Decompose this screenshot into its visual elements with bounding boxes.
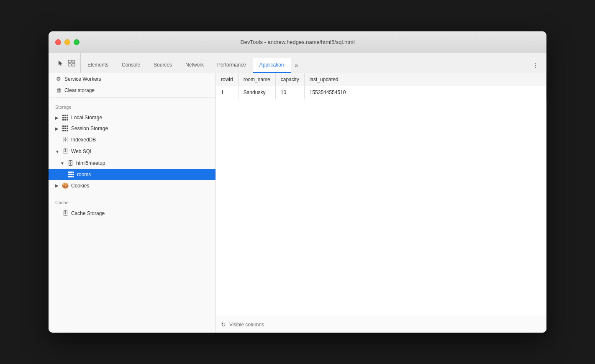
svg-rect-3 — [72, 64, 75, 66]
inspect-icon[interactable] — [67, 59, 76, 68]
expand-html5meetup-arrow[interactable]: ▼ — [60, 161, 64, 166]
rooms-label: rooms — [77, 172, 91, 177]
col-capacity: capacity — [275, 73, 304, 86]
sidebar: ⚙ Service Workers 🗑 Clear storage Storag… — [49, 73, 216, 333]
window-title: DevTools - andrew.hedges.name/html5/sql.… — [240, 39, 354, 45]
devtools-window: DevTools - andrew.hedges.name/html5/sql.… — [49, 31, 546, 333]
html5meetup-icon: 🗄 — [67, 160, 74, 167]
indexeddb-icon: 🗄 — [62, 136, 69, 143]
trash-icon: 🗑 — [55, 87, 62, 93]
divider-1 — [49, 97, 215, 98]
expand-cookies-arrow[interactable]: ▶ — [55, 183, 59, 188]
main-panel: rowid room_name capacity last_updated — [216, 73, 546, 333]
maximize-button[interactable] — [74, 39, 80, 45]
sidebar-item-clear-storage[interactable]: 🗑 Clear storage — [49, 85, 215, 96]
session-storage-grid-icon — [62, 126, 69, 131]
divider-2 — [49, 193, 215, 193]
sidebar-item-rooms[interactable]: rooms — [49, 169, 215, 180]
web-sql-label: Web SQL — [71, 149, 93, 154]
storage-section-label: Storage — [49, 100, 215, 112]
tab-console[interactable]: Console — [115, 58, 147, 73]
cell-rowid: 1 — [216, 86, 238, 99]
svg-rect-2 — [72, 60, 75, 63]
svg-rect-0 — [68, 60, 71, 63]
tab-network[interactable]: Network — [179, 58, 210, 73]
close-button[interactable] — [55, 39, 61, 45]
tab-sources[interactable]: Sources — [147, 58, 179, 73]
col-last-updated: last_updated — [304, 73, 546, 86]
sidebar-item-cookies[interactable]: ▶ 🍪 Cookies — [49, 180, 215, 191]
tab-more-button[interactable]: » — [291, 58, 303, 73]
cache-section-label: Cache — [49, 195, 215, 208]
minimize-button[interactable] — [64, 39, 70, 45]
data-table: rowid room_name capacity last_updated — [216, 73, 546, 316]
sidebar-item-indexeddb[interactable]: 🗄 IndexedDB — [49, 134, 215, 146]
tab-application[interactable]: Application — [253, 58, 291, 73]
title-bar: DevTools - andrew.hedges.name/html5/sql.… — [49, 31, 546, 53]
cookies-icon: 🍪 — [62, 182, 69, 189]
cell-capacity: 10 — [275, 86, 304, 99]
cache-storage-label: Cache Storage — [71, 210, 105, 216]
refresh-icon[interactable]: ↻ — [221, 321, 226, 328]
gear-icon: ⚙ — [55, 76, 62, 82]
sidebar-item-service-workers[interactable]: ⚙ Service Workers — [49, 73, 215, 85]
expand-session-storage-arrow[interactable]: ▶ — [55, 126, 59, 131]
col-rowid: rowid — [216, 73, 238, 86]
cookies-label: Cookies — [71, 183, 89, 189]
local-storage-grid-icon — [62, 115, 69, 120]
service-workers-label: Service Workers — [64, 76, 101, 82]
clear-storage-label: Clear storage — [64, 87, 95, 93]
sidebar-item-web-sql[interactable]: ▼ 🗄 Web SQL — [49, 146, 215, 157]
table-header-row: rowid room_name capacity last_updated — [216, 73, 546, 86]
sidebar-item-cache-storage[interactable]: 🗄 Cache Storage — [49, 208, 215, 219]
sidebar-item-html5meetup[interactable]: ▼ 🗄 html5meetup — [49, 157, 215, 169]
tab-performance[interactable]: Performance — [210, 58, 253, 73]
expand-local-storage-arrow[interactable]: ▶ — [55, 115, 59, 120]
tab-menu-button[interactable]: ⋮ — [528, 58, 543, 73]
html5meetup-label: html5meetup — [76, 160, 105, 166]
table-row: 1Sandusky101553544554510 — [216, 86, 546, 99]
sidebar-item-session-storage[interactable]: ▶ Session Storage — [49, 123, 215, 134]
tab-icon-group — [52, 53, 81, 73]
svg-rect-1 — [68, 64, 71, 66]
cell-last_updated: 1553544554510 — [304, 86, 546, 99]
tabs-bar: Elements Console Sources Network Perform… — [49, 53, 546, 73]
table-footer: ↻ Visible columns — [216, 316, 546, 333]
col-room-name: room_name — [238, 73, 275, 86]
web-sql-icon: 🗄 — [62, 148, 69, 155]
tab-elements[interactable]: Elements — [81, 58, 115, 73]
visible-columns-label: Visible columns — [229, 322, 264, 328]
cache-storage-icon: 🗄 — [62, 210, 69, 217]
indexeddb-label: IndexedDB — [71, 137, 96, 143]
traffic-lights — [55, 39, 80, 45]
cursor-icon[interactable] — [56, 59, 65, 68]
session-storage-label: Session Storage — [71, 126, 108, 131]
expand-web-sql-arrow[interactable]: ▼ — [55, 149, 59, 154]
main-content: ⚙ Service Workers 🗑 Clear storage Storag… — [49, 73, 546, 333]
cell-room_name: Sandusky — [238, 86, 275, 99]
local-storage-label: Local Storage — [71, 115, 102, 120]
sidebar-item-local-storage[interactable]: ▶ Local Storage — [49, 112, 215, 123]
rooms-grid-icon — [68, 172, 74, 177]
rooms-table: rowid room_name capacity last_updated — [216, 73, 546, 99]
